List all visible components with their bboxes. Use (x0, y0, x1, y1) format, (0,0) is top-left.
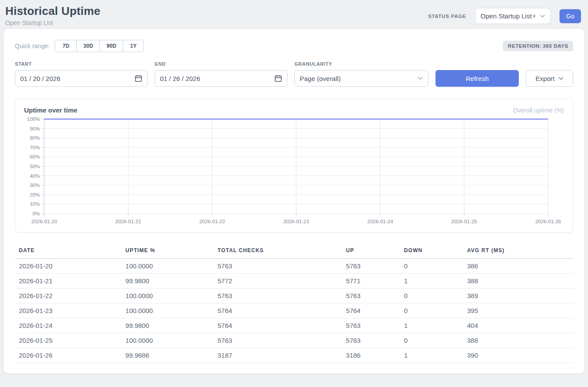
title-block: Historical Uptime Open Startup List (5, 4, 100, 26)
table-row: 2026-01-20100.0000576357630386 (15, 259, 573, 274)
granularity-select[interactable]: Page (overall) (294, 70, 429, 87)
column-header-total-checks: TOTAL CHECKS (214, 243, 342, 259)
svg-text:50%: 50% (30, 164, 40, 169)
export-button-label: Export (535, 75, 554, 82)
retention-badge: RETENTION: 365 DAYS (503, 41, 573, 51)
column-header-up: UP (342, 243, 400, 259)
table-row: 2026-01-22100.0000576357630389 (15, 288, 573, 303)
table-cell: 2026-01-21 (15, 274, 121, 288)
table-cell: 390 (463, 348, 573, 363)
table-header-row: DATEUPTIME %TOTAL CHECKSUPDOWNAVG RT (MS… (15, 243, 573, 259)
start-date-label: START (15, 61, 148, 67)
table-cell: 100.0000 (121, 259, 213, 274)
start-date-input[interactable]: 01 / 20 / 2026 (15, 70, 148, 87)
table-cell: 0 (400, 259, 463, 274)
svg-text:70%: 70% (30, 145, 40, 150)
table-cell: 100.0000 (121, 333, 213, 348)
table-cell: 5764 (342, 303, 400, 318)
svg-text:2026-01-22: 2026-01-22 (199, 219, 225, 224)
quick-range-90d-button[interactable]: 90D (99, 40, 123, 52)
calendar-icon[interactable] (135, 74, 142, 82)
status-page-select-value: Open Startup List (481, 12, 532, 20)
quick-range-row: Quick range: 7D30D90D1Y RETENTION: 365 D… (15, 40, 573, 52)
quick-range-group: Quick range: 7D30D90D1Y (15, 40, 144, 52)
table-cell: 99.9686 (121, 348, 213, 363)
table-cell: 2026-01-23 (15, 303, 121, 318)
table-cell: 3186 (342, 348, 400, 363)
table-cell: 3187 (214, 348, 342, 363)
table-row: 2026-01-2199.9800577257711388 (15, 274, 573, 288)
start-date-value: 01 / 20 / 2026 (20, 75, 60, 82)
svg-text:10%: 10% (30, 201, 40, 207)
svg-text:0%: 0% (32, 211, 40, 216)
svg-text:2026-01-23: 2026-01-23 (283, 219, 309, 224)
svg-text:100%: 100% (27, 116, 40, 122)
svg-text:40%: 40% (30, 173, 40, 179)
calendar-icon[interactable] (274, 74, 282, 82)
top-header: Historical Uptime Open Startup List STAT… (0, 0, 588, 29)
svg-text:60%: 60% (30, 154, 40, 159)
quick-range-30d-button[interactable]: 30D (76, 40, 100, 52)
granularity-value: Page (overall) (300, 75, 340, 82)
start-date-field: START 01 / 20 / 2026 (15, 61, 148, 87)
granularity-label: GRANULARITY (294, 61, 429, 67)
go-button[interactable]: Go (560, 9, 581, 23)
quick-range-7d-button[interactable]: 7D (55, 40, 77, 52)
svg-text:2026-01-25: 2026-01-25 (451, 219, 477, 224)
status-page-label: STATUS PAGE (428, 14, 466, 19)
table-cell: 0 (400, 303, 463, 318)
quick-range-buttons: 7D30D90D1Y (55, 40, 144, 52)
table-cell: 5763 (342, 288, 400, 303)
refresh-button[interactable]: Refresh (436, 70, 519, 87)
table-row: 2026-01-25100.0000576357630388 (15, 333, 573, 348)
granularity-field: GRANULARITY Page (overall) (294, 61, 429, 87)
end-date-field: END 01 / 26 / 2026 (155, 61, 287, 87)
table-cell: 100.0000 (121, 288, 213, 303)
end-date-input[interactable]: 01 / 26 / 2026 (155, 70, 287, 87)
chart-legend: Overall uptime (%) (513, 107, 564, 114)
chevron-down-icon (559, 77, 563, 80)
end-date-value: 01 / 26 / 2026 (160, 75, 200, 82)
page-subtitle: Open Startup List (5, 19, 100, 26)
table-cell: 5763 (214, 333, 342, 348)
table-cell: 5763 (342, 259, 400, 274)
table-cell: 5763 (214, 259, 342, 274)
page-title: Historical Uptime (5, 4, 100, 18)
table-cell: 388 (463, 274, 573, 288)
chevron-down-icon (540, 14, 545, 18)
table-cell: 388 (463, 333, 573, 348)
table-row: 2026-01-2499.9800576457631404 (15, 318, 573, 333)
clear-icon[interactable]: × (532, 12, 536, 20)
table-cell: 5771 (342, 274, 400, 288)
table-cell: 404 (463, 318, 573, 333)
table-cell: 0 (400, 333, 463, 348)
chevron-down-icon (418, 77, 423, 80)
table-cell: 5764 (214, 318, 342, 333)
table-cell: 2026-01-26 (15, 348, 121, 363)
table-cell: 2026-01-20 (15, 259, 121, 274)
column-header-uptime: UPTIME % (121, 243, 213, 259)
table-cell: 1 (400, 274, 463, 288)
table-cell: 100.0000 (121, 303, 213, 318)
svg-text:2026-01-21: 2026-01-21 (115, 219, 141, 224)
table-cell: 2026-01-25 (15, 333, 121, 348)
table-cell: 5763 (342, 333, 400, 348)
table-row: 2026-01-23100.0000576457640395 (15, 303, 573, 318)
table-cell: 386 (463, 259, 573, 274)
table-cell: 5763 (342, 318, 400, 333)
svg-text:80%: 80% (30, 135, 40, 141)
column-header-date: DATE (15, 243, 121, 259)
column-header-avg-rt-ms: AVG RT (MS) (463, 243, 573, 259)
export-button[interactable]: Export (526, 70, 573, 87)
table-cell: 5764 (214, 303, 342, 318)
quick-range-label: Quick range: (15, 42, 50, 49)
svg-text:30%: 30% (30, 183, 40, 188)
svg-text:20%: 20% (30, 192, 40, 197)
table-cell: 5772 (214, 274, 342, 288)
end-date-label: END (155, 61, 287, 67)
quick-range-1y-button[interactable]: 1Y (123, 40, 144, 52)
status-page-select[interactable]: Open Startup List × (475, 8, 551, 24)
table-cell: 389 (463, 288, 573, 303)
column-header-down: DOWN (400, 243, 463, 259)
table-cell: 99.9800 (121, 274, 213, 288)
